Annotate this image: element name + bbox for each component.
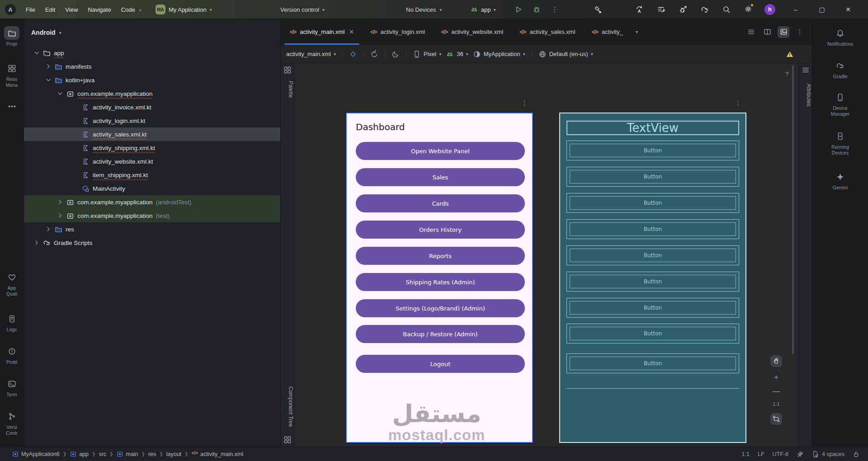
- file-encoding[interactable]: UTF-8: [773, 451, 788, 457]
- menu-overflow-chevron-icon[interactable]: ›: [137, 0, 144, 19]
- vcs-selector[interactable]: Version control ▾: [280, 0, 325, 19]
- device-for-preview-selector[interactable]: Pixel ▾: [413, 50, 441, 58]
- design-surface-selector-icon[interactable]: [349, 50, 357, 58]
- caret-position[interactable]: 1:1: [742, 451, 750, 457]
- preview-button-settings-logo-brand-admin[interactable]: Settings (Logo/Brand) (Admin): [356, 299, 525, 317]
- palette-tab[interactable]: Palette: [281, 76, 294, 103]
- blueprint-button[interactable]: Button: [566, 324, 739, 343]
- tree-item[interactable]: activity_sales.xml.kt: [24, 127, 280, 141]
- design-canvas[interactable]: ? ⋮ ⋮ Dashboard Open Website PanelSalesC…: [294, 63, 798, 447]
- blueprint-textview[interactable]: TextView: [566, 121, 739, 135]
- run-configuration-selector[interactable]: app ▾: [470, 0, 496, 19]
- preview-button-shipping-rates-admin[interactable]: Shipping Rates (Admin): [356, 273, 525, 291]
- api-level-selector[interactable]: 36 ▾: [446, 50, 468, 58]
- project-selector[interactable]: MA My Application ▾: [156, 0, 212, 19]
- tool-strip-item-device-manager[interactable]: Device Manager: [812, 90, 868, 117]
- editor-options-button[interactable]: ⋮: [794, 26, 806, 38]
- tool-strip-item-version-control[interactable]: Versi Contr: [0, 409, 24, 436]
- chevron-down-icon[interactable]: [45, 76, 52, 84]
- menu-navigate[interactable]: Navigate: [84, 4, 115, 15]
- search-everywhere-button[interactable]: [720, 0, 733, 19]
- locale-selector[interactable]: Default (en-us) ▾: [538, 50, 593, 58]
- indent-setting[interactable]: 4 spaces: [812, 451, 844, 458]
- blueprint-button[interactable]: Button: [566, 193, 739, 213]
- window-close-button[interactable]: ✕: [839, 0, 857, 19]
- preview-button-logout[interactable]: Logout: [356, 355, 525, 373]
- attach-debugger-button[interactable]: [676, 0, 690, 19]
- palette-icon[interactable]: [283, 66, 292, 74]
- window-minimize-button[interactable]: –: [787, 0, 805, 19]
- night-mode-icon[interactable]: [392, 50, 400, 58]
- chevron-right-icon[interactable]: [45, 63, 52, 70]
- preview-button-backup-restore-admin[interactable]: Backup / Restore (Admin): [356, 325, 525, 343]
- design-view-button[interactable]: [778, 26, 789, 38]
- window-maximize-button[interactable]: ▢: [813, 0, 831, 19]
- component-tree-tab[interactable]: Component Tree: [281, 380, 294, 434]
- tree-item[interactable]: app: [24, 46, 280, 60]
- pan-tool-button[interactable]: [770, 355, 782, 367]
- project-view-selector[interactable]: Android ▾: [24, 19, 280, 46]
- preview-button-reports[interactable]: Reports: [356, 247, 525, 265]
- menu-code[interactable]: Code: [117, 4, 139, 15]
- menu-edit[interactable]: Edit: [41, 4, 59, 15]
- blueprint-button[interactable]: Button: [566, 141, 739, 160]
- attributes-icon[interactable]: [802, 66, 810, 74]
- zoom-to-fit-button[interactable]: [770, 413, 782, 425]
- canvas-scrollbar[interactable]: [792, 65, 794, 354]
- breadcrumb-item[interactable]: MyApplication6: [12, 451, 60, 458]
- help-link[interactable]: ?: [785, 71, 788, 77]
- tool-strip-item-resource-manager[interactable]: Reso Mana: [0, 61, 24, 88]
- zoom-in-button[interactable]: +: [774, 373, 778, 381]
- tree-item[interactable]: com.example.myapplication(androidTest): [24, 195, 280, 209]
- breadcrumb-item[interactable]: </>activity_main.xml: [191, 451, 243, 458]
- chevron-right-icon[interactable]: [33, 239, 40, 246]
- editor-tab[interactable]: </>activity_website.xml: [433, 19, 511, 45]
- tree-item[interactable]: item_shipping.xml.kt: [24, 168, 280, 182]
- theme-selector[interactable]: MyApplication ▾: [473, 50, 525, 58]
- tool-strip-item-logcat[interactable]: Logc: [0, 312, 24, 333]
- editor-tab[interactable]: </>activity_: [584, 19, 631, 45]
- code-view-button[interactable]: [745, 26, 757, 38]
- tree-item[interactable]: activity_invoice.xml.kt: [24, 100, 280, 114]
- tree-item[interactable]: kotlin+java: [24, 73, 280, 87]
- debug-button[interactable]: [530, 0, 543, 19]
- split-view-button[interactable]: [761, 26, 773, 38]
- tool-strip-item-app-quality-insights[interactable]: App Quali: [0, 270, 24, 297]
- tree-item[interactable]: MainActivity: [24, 182, 280, 195]
- breadcrumb-item[interactable]: res: [148, 451, 156, 457]
- design-preview-frame[interactable]: Dashboard Open Website PanelSalesCardsOr…: [346, 113, 533, 443]
- settings-button[interactable]: [741, 0, 755, 19]
- sync-status-button[interactable]: [655, 0, 668, 19]
- breadcrumb-item[interactable]: app: [70, 451, 89, 458]
- tree-item[interactable]: activity_login.xml.kt: [24, 114, 280, 127]
- chevron-down-icon[interactable]: [57, 90, 64, 97]
- zoom-out-button[interactable]: —: [773, 387, 780, 395]
- blueprint-button[interactable]: Button: [566, 272, 739, 292]
- zoom-reset-button[interactable]: 1:1: [773, 401, 780, 407]
- editor-tab[interactable]: </>activity_main.xml✕: [282, 19, 362, 45]
- tool-strip-item-notifications[interactable]: Notifications: [812, 26, 868, 47]
- tree-item[interactable]: activity_website.xml.kt: [24, 155, 280, 168]
- line-ending[interactable]: LF: [758, 451, 764, 457]
- gradle-sync-button[interactable]: [698, 0, 712, 19]
- tree-item[interactable]: res: [24, 222, 280, 236]
- preview-button-orders-history[interactable]: Orders History: [356, 221, 525, 239]
- ai-assistant-disabled-icon[interactable]: [797, 451, 804, 458]
- blueprint-button[interactable]: Button: [566, 298, 739, 318]
- editor-tab[interactable]: </>activity_sales.xml: [511, 19, 584, 45]
- component-tree-icon[interactable]: [283, 436, 292, 444]
- menu-file[interactable]: File: [22, 4, 39, 15]
- preview-button-cards[interactable]: Cards: [356, 194, 525, 212]
- chevron-right-icon[interactable]: [57, 212, 64, 219]
- tree-item[interactable]: com.example.myapplication: [24, 87, 280, 100]
- run-button[interactable]: [512, 0, 525, 19]
- blueprint-preview-frame[interactable]: TextView ButtonButtonButtonButtonButtonB…: [559, 113, 746, 443]
- orientation-icon[interactable]: [370, 50, 378, 58]
- chevron-right-icon[interactable]: [57, 198, 64, 206]
- breadcrumb-item[interactable]: layout: [166, 451, 181, 457]
- blueprint-frame-menu-icon[interactable]: ⋮: [735, 99, 741, 107]
- tool-strip-item-running-devices[interactable]: Running Devices: [812, 129, 868, 156]
- blueprint-button[interactable]: Button: [566, 167, 739, 187]
- tree-item[interactable]: com.example.myapplication(test): [24, 209, 280, 222]
- hidden-tabs-chevron[interactable]: ▾: [631, 19, 642, 45]
